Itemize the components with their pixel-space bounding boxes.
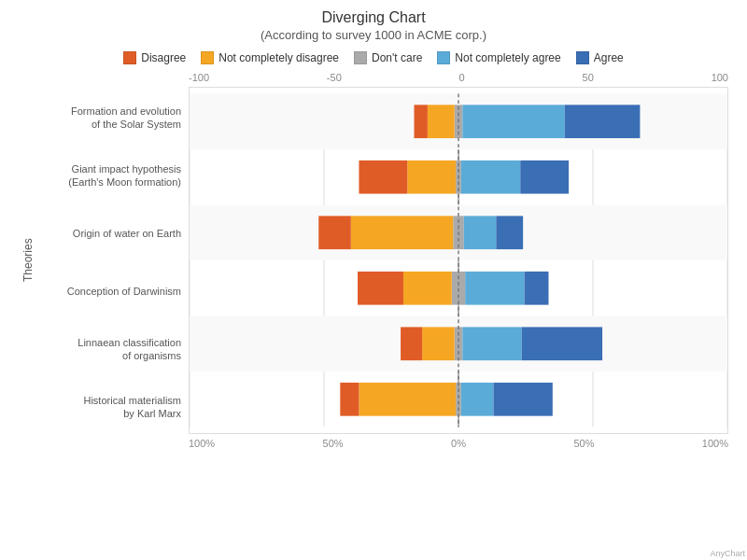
svg-rect-29 [403, 272, 452, 305]
legend-label: Don't care [372, 51, 422, 64]
svg-rect-14 [520, 161, 569, 194]
chart-title: Diverging Chart [19, 9, 728, 26]
chart-svg-area [189, 87, 728, 434]
bottom-axis-tick: 50% [573, 438, 594, 449]
svg-rect-10 [428, 105, 455, 138]
legend-color-box [354, 51, 367, 64]
svg-rect-27 [525, 272, 549, 305]
svg-rect-43 [340, 383, 359, 416]
bottom-axis: 100%50%0%50%100% [189, 438, 728, 449]
svg-rect-39 [461, 383, 494, 416]
bar-chart [189, 87, 728, 434]
chart-subtitle: (According to survey 1000 in ACME corp.) [19, 28, 728, 42]
top-axis-tick: 50 [583, 72, 594, 83]
top-axis-tick: 0 [459, 72, 465, 83]
legend-label: Agree [594, 51, 624, 64]
y-row-label: Giant impact hypothesis(Earth's Moon for… [39, 147, 189, 204]
y-labels-column: Formation and evolutionof the Solar Syst… [39, 72, 189, 449]
svg-rect-21 [496, 216, 523, 249]
svg-rect-25 [458, 272, 465, 305]
svg-rect-32 [458, 327, 462, 360]
legend-color-box [576, 51, 589, 64]
y-axis-label: Theories [19, 72, 37, 449]
bottom-axis-tick: 0% [451, 438, 466, 449]
top-axis-tick: -100 [189, 72, 209, 83]
svg-rect-23 [351, 216, 453, 249]
top-axis-tick: 100 [712, 72, 728, 83]
bottom-axis-tick: 100% [189, 438, 215, 449]
legend-label: Not completely agree [455, 51, 560, 64]
svg-rect-28 [452, 272, 458, 305]
legend-label: Not completely disagree [218, 51, 339, 64]
anychart-badge: AnyChart [710, 549, 745, 558]
legend: DisagreeNot completely disagreeDon't car… [19, 51, 728, 64]
svg-rect-8 [565, 105, 641, 138]
svg-rect-11 [414, 105, 427, 138]
top-axis: -100-50050100 [189, 72, 728, 83]
legend-color-box [437, 51, 450, 64]
svg-rect-20 [464, 216, 497, 249]
svg-rect-24 [318, 216, 351, 249]
y-row-label: Formation and evolutionof the Solar Syst… [39, 89, 189, 147]
svg-rect-36 [422, 327, 455, 360]
y-row-label: Historical materialismby Karl Marx [39, 378, 189, 436]
svg-rect-19 [458, 216, 464, 249]
legend-item: Disagree [123, 51, 186, 64]
svg-rect-40 [493, 383, 552, 416]
legend-item: Don't care [354, 51, 422, 64]
y-row-label: Conception of Darwinism [39, 262, 189, 320]
bottom-axis-tick: 50% [323, 438, 344, 449]
y-row-label: Origin of water on Earth [39, 204, 189, 262]
y-row-label: Linnaean classificationof organisms [39, 320, 189, 378]
legend-color-box [201, 51, 214, 64]
svg-rect-37 [401, 327, 422, 360]
svg-rect-35 [455, 327, 458, 360]
svg-rect-33 [462, 327, 521, 360]
legend-item: Not completely disagree [201, 51, 339, 64]
svg-rect-16 [407, 161, 456, 194]
svg-rect-30 [358, 272, 403, 305]
top-axis-tick: -50 [327, 72, 342, 83]
svg-rect-22 [453, 216, 458, 249]
svg-rect-13 [461, 161, 520, 194]
svg-rect-34 [522, 327, 602, 360]
svg-rect-17 [359, 161, 407, 194]
legend-item: Not completely agree [437, 51, 560, 64]
svg-rect-7 [462, 105, 564, 138]
svg-rect-41 [456, 383, 458, 416]
legend-color-box [123, 51, 136, 64]
bottom-axis-tick: 100% [702, 438, 728, 449]
svg-rect-42 [359, 383, 456, 416]
chart-container: Diverging Chart (According to survey 100… [0, 0, 747, 560]
svg-rect-26 [465, 272, 524, 305]
svg-rect-38 [458, 383, 461, 416]
legend-item: Agree [576, 51, 624, 64]
legend-label: Disagree [141, 51, 186, 64]
